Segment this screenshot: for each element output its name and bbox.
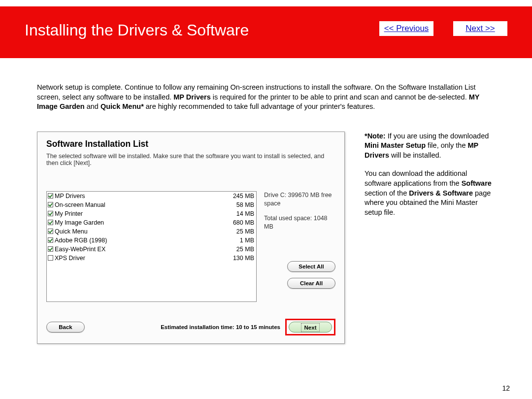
page-number: 12 xyxy=(502,384,510,392)
estimated-time: Estimated installation time: 10 to 15 mi… xyxy=(161,324,280,330)
dialog-footer: Back Estimated installation time: 10 to … xyxy=(46,319,335,335)
page-title: Installing the Drivers & Software xyxy=(25,21,379,39)
disk-and-buttons: Drive C: 399670 MB free space Total used… xyxy=(264,191,335,302)
dialog-subtitle: The selected software will be installed.… xyxy=(46,153,335,166)
list-item[interactable]: MP Drivers245 MB xyxy=(47,192,256,200)
checkbox-icon[interactable] xyxy=(48,255,53,261)
checkbox-icon[interactable] xyxy=(48,237,53,243)
back-button[interactable]: Back xyxy=(46,322,85,332)
checkbox-icon[interactable] xyxy=(48,211,53,216)
dialog-title: Software Installation List xyxy=(46,139,335,149)
checkbox-icon[interactable] xyxy=(48,193,53,199)
next-highlight: Next xyxy=(285,319,335,335)
select-all-button[interactable]: Select All xyxy=(287,261,335,272)
content-area: Network setup is complete. Continue to f… xyxy=(0,58,532,344)
software-list: MP Drivers245 MB On-screen Manual58 MB M… xyxy=(46,191,257,302)
title-banner: Installing the Drivers & Software << Pre… xyxy=(0,6,532,58)
list-item[interactable]: XPS Driver130 MB xyxy=(47,254,256,263)
note-2: You can download the additional software… xyxy=(365,169,495,217)
list-item[interactable]: My Printer14 MB xyxy=(47,209,256,218)
note-1: *Note: If you are using the downloaded M… xyxy=(365,132,495,161)
dialog-body: MP Drivers245 MB On-screen Manual58 MB M… xyxy=(46,191,335,302)
list-item[interactable]: Easy-WebPrint EX25 MB xyxy=(47,245,256,254)
checkbox-icon[interactable] xyxy=(48,229,53,234)
next-button[interactable]: Next xyxy=(289,322,332,332)
checkbox-icon[interactable] xyxy=(48,220,53,225)
list-item[interactable]: On-screen Manual58 MB xyxy=(47,200,256,209)
list-item[interactable]: My Image Garden680 MB xyxy=(47,218,256,227)
installation-dialog: Software Installation List The selected … xyxy=(37,132,345,344)
nav-group: << Previous Next >> xyxy=(379,21,507,36)
next-link[interactable]: Next >> xyxy=(453,21,507,36)
side-buttons: Select All Clear All xyxy=(264,261,335,289)
disk-info: Drive C: 399670 MB free space Total used… xyxy=(264,191,335,232)
list-item[interactable]: Quick Menu25 MB xyxy=(47,227,256,236)
main-columns: Software Installation List The selected … xyxy=(37,132,495,344)
checkbox-icon[interactable] xyxy=(48,246,53,252)
checkbox-icon[interactable] xyxy=(48,202,53,207)
previous-link[interactable]: << Previous xyxy=(379,21,433,36)
intro-text: Network setup is complete. Continue to f… xyxy=(37,83,495,112)
clear-all-button[interactable]: Clear All xyxy=(287,278,335,289)
note-column: *Note: If you are using the downloaded M… xyxy=(365,132,495,344)
list-item[interactable]: Adobe RGB (1998)1 MB xyxy=(47,236,256,245)
